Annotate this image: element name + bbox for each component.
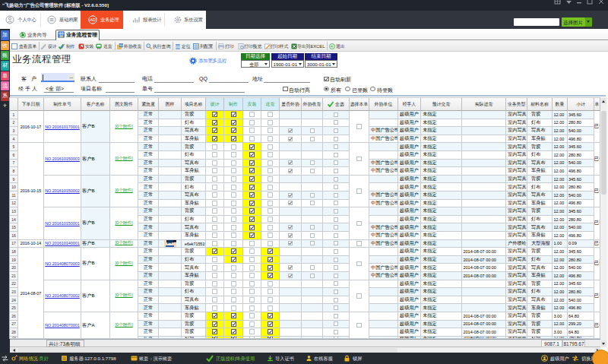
svg-text:AD: AD xyxy=(90,17,96,22)
